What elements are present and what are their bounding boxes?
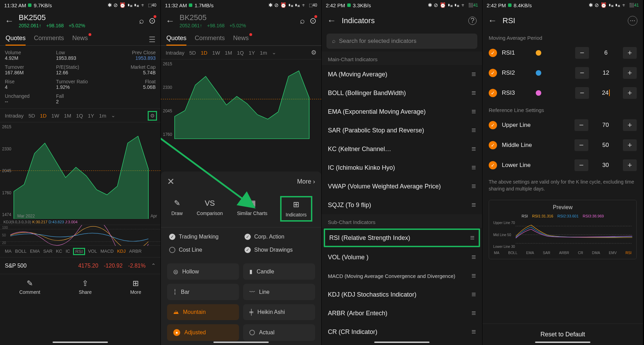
indicator-kc[interactable]: KC (Keltner Channel…≡ (322, 140, 482, 158)
indicator-boll[interactable]: BOLL (Bollinger BandWidth)≡ (322, 84, 482, 102)
net-speed: 9.7KB/s (34, 2, 52, 8)
indicator-rsi[interactable]: RSI (Relative Strength Index)≡ (324, 229, 480, 247)
kdj-legend: KDJ(9.0,3.0,3.0) K:30.217 D:43.823 J:3.0… (0, 219, 160, 225)
bar-button[interactable]: ╎Bar (167, 284, 239, 300)
trading-marking-check[interactable]: ✓Trading Marking (169, 234, 238, 240)
screen-quotes: 11:32 AM 9.7KB/s ✱ ⊘ ⏰ ▮𝄪 ▮𝄪 ᯤ ⬚40 ← BK2… (0, 0, 161, 345)
chart-icon: ▦ (249, 199, 256, 208)
back-icon[interactable]: ← (327, 15, 336, 26)
value-input[interactable]: 24 (594, 90, 618, 96)
chevron-up-icon[interactable]: ⌃ (151, 262, 156, 269)
show-drawings-check[interactable]: ✓Show Drawings (245, 247, 313, 253)
tf-intraday[interactable]: Intraday (5, 113, 24, 119)
chart-settings-icon[interactable]: ⚙ (311, 49, 316, 56)
candle-button[interactable]: ▮Candle (243, 263, 315, 280)
tf-1m[interactable]: 1M (64, 113, 71, 119)
value-input[interactable]: 6 (594, 49, 618, 56)
color-swatch[interactable] (536, 90, 541, 96)
indicator-macd[interactable]: MACD (Moving Average Convergence and Div… (322, 267, 482, 285)
preview-box: Preview RSI RSI1:31.316 RSI2:33.601 RSI3… (489, 200, 637, 259)
ind-kdj[interactable]: KDJ (117, 249, 126, 254)
more-link[interactable]: More › (297, 178, 315, 185)
chat-icon[interactable]: ⊙ (310, 16, 316, 26)
change: +98.168 (46, 23, 64, 28)
ind-vol[interactable]: VOL (88, 249, 97, 254)
indicator-vwap[interactable]: VWAP (Volume Weighted Average Price)≡ (322, 177, 482, 196)
ind-ma[interactable]: MA (5, 249, 12, 254)
chart-settings-icon[interactable]: ⚙ (148, 111, 157, 121)
search-icon[interactable]: ⌕ (300, 16, 305, 26)
share-button[interactable]: ⇪Share (79, 279, 92, 295)
color-swatch[interactable] (536, 70, 541, 76)
ind-rsi[interactable]: RSI (73, 248, 85, 255)
status-time: 11:32 AM (4, 2, 26, 8)
back-icon[interactable]: ← (488, 15, 497, 26)
index-ticker[interactable]: S&P 500 4175.20 -120.92 -2.81% ⌃ (0, 257, 160, 274)
ind-ema[interactable]: EMA (30, 249, 40, 254)
cost-line-check[interactable]: Cost Line (169, 247, 238, 253)
indicator-sqjz[interactable]: SQJZ (To 9 flip)≡ (322, 196, 482, 214)
header: ← BK2505 2052.061↑+98.168+5.02% ⌕ ⊙ (161, 10, 321, 31)
hamburger-icon[interactable]: ☰ (149, 35, 156, 44)
ind-kc[interactable]: KC (56, 249, 62, 254)
actual-button[interactable]: Actual (243, 324, 315, 341)
rsi1-row: ✓ RSI1 − 6 + (482, 43, 643, 63)
tf-1mo[interactable]: 1m (99, 113, 106, 119)
more-button[interactable]: ⊞More (130, 279, 141, 295)
tf-1y[interactable]: 1Y (88, 113, 94, 119)
home-indicator (374, 342, 430, 343)
indicator-cr[interactable]: CR (CR Indicator)≡ (322, 323, 482, 341)
tab-news[interactable]: News (72, 35, 88, 45)
ind-boll[interactable]: BOLL (15, 249, 27, 254)
drag-icon[interactable]: ≡ (471, 70, 476, 79)
back-icon[interactable]: ← (5, 16, 14, 26)
indicator-arbr[interactable]: ARBR (Arbor Entech)≡ (322, 304, 482, 323)
comment-button[interactable]: ✎Comment (19, 279, 40, 295)
tf-5d[interactable]: 5D (28, 113, 35, 119)
status-bar: 11:32 AM 9.7KB/s ✱ ⊘ ⏰ ▮𝄪 ▮𝄪 ᯤ ⬚40 (0, 0, 160, 10)
mountain-button[interactable]: ⛰Mountain (167, 304, 239, 320)
line-button[interactable]: 〰Line (243, 284, 315, 300)
tf-1d[interactable]: 1D (40, 113, 46, 119)
indicator-kdj[interactable]: KDJ (KDJ Stochastics Indicator)≡ (322, 285, 482, 304)
chat-icon[interactable]: ⊙ (149, 16, 156, 26)
color-swatch[interactable] (536, 50, 541, 56)
help-icon[interactable]: ? (468, 17, 477, 25)
heikin-button[interactable]: ╪Heikin Ashi (243, 304, 315, 320)
indicators-button[interactable]: ⊞Indicators (280, 196, 312, 222)
price-chart[interactable]: 26152330204517601474 Mar 2022Apr (0, 122, 160, 219)
tf-1w[interactable]: 1W (52, 113, 59, 119)
search-input[interactable]: ⌕ Search for selected indicators (326, 34, 477, 49)
search-icon[interactable]: ⌕ (139, 16, 144, 26)
back-icon[interactable]: ← (166, 16, 175, 26)
ind-macd[interactable]: MACD (100, 249, 113, 254)
comparison-button[interactable]: VSComparison (197, 199, 223, 219)
more-icon[interactable]: ⋯ (628, 16, 637, 26)
ind-ic[interactable]: IC (66, 249, 70, 254)
ind-arbr[interactable]: ARBR (129, 249, 141, 254)
indicator-ma[interactable]: MA (Moving Average)≡ (322, 65, 482, 84)
hollow-button[interactable]: ◎Hollow (167, 263, 239, 280)
draw-button[interactable]: ✎Draw (171, 199, 183, 219)
tf-1q[interactable]: 1Q (76, 113, 83, 119)
indicator-ema[interactable]: EMA (Exponential Moving Average)≡ (322, 102, 482, 121)
close-icon[interactable]: ✕ (167, 176, 175, 187)
kdj-chart[interactable]: 1005020 (0, 225, 160, 245)
plus-button[interactable]: + (623, 47, 637, 59)
tab-quotes[interactable]: Quotes (6, 35, 26, 45)
indicator-ic[interactable]: IC (Ichimoku Kinko Hyo)≡ (322, 158, 482, 177)
tab-comments[interactable]: Comments (34, 35, 64, 45)
corp-action-check[interactable]: ✓Corp. Action (245, 234, 313, 240)
indicator-sar[interactable]: SAR (Parabolic Stop and Reverse)≡ (322, 121, 482, 140)
similar-charts-button[interactable]: ▦Similar Charts (237, 199, 267, 219)
indicator-vol[interactable]: VOL (Volume )≡ (322, 248, 482, 267)
minus-button[interactable]: − (575, 47, 589, 59)
share-icon: ⇪ (82, 279, 88, 288)
price-chart[interactable]: 2615233020451760 (161, 59, 321, 139)
home-indicator (213, 342, 269, 343)
adjusted-button[interactable]: ●Adjusted (167, 324, 239, 341)
check-icon[interactable]: ✓ (489, 49, 497, 57)
status-icons: ✱ ⊘ ⏰ ▮𝄪 ▮𝄪 ᯤ (108, 2, 146, 8)
ind-sar[interactable]: SAR (43, 249, 53, 254)
tabs: Quotes Comments News ☰ (0, 31, 160, 46)
